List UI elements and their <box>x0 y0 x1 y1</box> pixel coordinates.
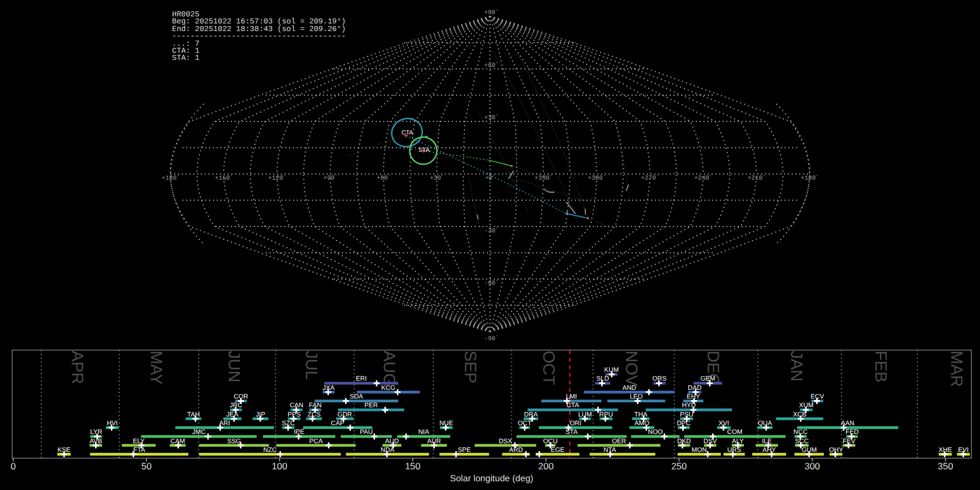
svg-text:NIA: NIA <box>418 428 429 436</box>
svg-text:Solar longitude (deg): Solar longitude (deg) <box>450 474 533 483</box>
svg-text:200: 200 <box>538 461 554 471</box>
svg-text:OCT: OCT <box>540 351 558 385</box>
svg-text:ALY: ALY <box>732 437 744 445</box>
svg-text:EGE: EGE <box>550 446 564 454</box>
svg-text:ECV: ECV <box>811 393 824 400</box>
svg-text:ILE: ILE <box>762 437 771 445</box>
svg-text:JUL: JUL <box>302 351 320 379</box>
svg-text:HVI: HVI <box>107 419 118 427</box>
svg-text:JMC: JMC <box>192 428 206 436</box>
svg-text:TAH: TAH <box>187 411 200 418</box>
svg-text:+240°: +240° <box>694 174 712 182</box>
svg-text:SSG: SSG <box>227 437 241 445</box>
svg-text:JIP: JIP <box>256 411 265 418</box>
svg-text:NOV: NOV <box>622 351 640 386</box>
svg-text:ERI: ERI <box>356 375 366 382</box>
svg-text:STA: STA <box>419 147 430 154</box>
svg-text:COR: COR <box>234 393 248 400</box>
svg-text:DKD: DKD <box>677 437 691 445</box>
svg-text:QUA: QUA <box>758 419 772 427</box>
svg-text:MAY: MAY <box>147 351 165 385</box>
svg-text:PCA: PCA <box>309 437 323 445</box>
svg-text:AUG: AUG <box>380 351 398 386</box>
svg-text:MON: MON <box>691 446 707 454</box>
svg-text:EVI: EVI <box>958 446 969 454</box>
svg-text:ZCS: ZCS <box>308 411 321 418</box>
svg-text:JUN: JUN <box>225 351 243 382</box>
svg-text:XUM: XUM <box>799 401 814 409</box>
svg-text:JEA: JEA <box>226 411 238 418</box>
svg-text:NTA: NTA <box>603 446 616 454</box>
svg-text:AAN: AAN <box>841 419 855 427</box>
svg-text:ORI: ORI <box>569 419 581 427</box>
svg-text:FEV: FEV <box>843 437 855 445</box>
svg-text:+270°: +270° <box>641 174 658 182</box>
svg-text:LYR: LYR <box>90 428 103 436</box>
svg-text:COM: COM <box>727 428 743 436</box>
svg-text:APR: APR <box>68 351 86 384</box>
svg-text:AND: AND <box>622 384 636 391</box>
svg-text:+180°: +180° <box>801 174 818 182</box>
svg-text:CAM: CAM <box>170 437 185 445</box>
svg-text:300: 300 <box>805 461 820 471</box>
svg-text:XCB: XCB <box>793 411 806 418</box>
svg-text:STA: 1: STA: 1 <box>172 54 199 63</box>
svg-text:RPU: RPU <box>599 411 612 418</box>
svg-text:GUM: GUM <box>801 446 817 454</box>
svg-text:ARI: ARI <box>219 419 230 427</box>
svg-text:FTA: FTA <box>133 446 145 454</box>
svg-text:NCC: NCC <box>793 428 807 436</box>
svg-text:LMI: LMI <box>566 393 577 400</box>
svg-text:PER: PER <box>364 401 378 409</box>
svg-text:AVB: AVB <box>89 437 102 445</box>
svg-text:100: 100 <box>272 461 287 471</box>
svg-text:ELY: ELY <box>133 437 145 445</box>
svg-text:DSV: DSV <box>703 437 717 445</box>
svg-text:+180°: +180° <box>162 174 179 182</box>
svg-text:KUM: KUM <box>604 366 619 373</box>
svg-text:CTA: CTA <box>402 130 414 136</box>
svg-text:SDA: SDA <box>350 393 363 400</box>
svg-text:150: 150 <box>405 461 420 471</box>
svg-text:JXA: JXA <box>323 384 335 391</box>
svg-text:SZC: SZC <box>282 419 295 427</box>
svg-text:KSE: KSE <box>58 446 71 454</box>
svg-text:DAD: DAD <box>688 384 702 391</box>
svg-text:EHY: EHY <box>687 393 700 400</box>
svg-text:50: 50 <box>141 461 151 471</box>
svg-text:+120°: +120° <box>268 174 285 182</box>
svg-text:+300°: +300° <box>587 174 605 182</box>
svg-text:PPS: PPS <box>287 411 301 418</box>
svg-text:DPC: DPC <box>677 419 691 427</box>
svg-text:NDA: NDA <box>381 446 394 454</box>
svg-text:350: 350 <box>938 461 953 471</box>
svg-text:IPE: IPE <box>294 428 304 436</box>
svg-text:SEP: SEP <box>461 351 479 383</box>
svg-text:CTA: CTA <box>566 401 579 409</box>
svg-text:KCG: KCG <box>381 384 395 391</box>
svg-text:PAU: PAU <box>360 428 373 436</box>
svg-text:0: 0 <box>11 461 16 471</box>
svg-text:SPE: SPE <box>458 446 471 454</box>
svg-text:GDR: GDR <box>338 411 352 418</box>
svg-text:NOO: NOO <box>648 428 663 436</box>
svg-text:AMO: AMO <box>634 419 649 427</box>
svg-text:CAN: CAN <box>290 401 303 409</box>
svg-text:XVI: XVI <box>719 419 729 427</box>
svg-text:SLD: SLD <box>596 375 609 382</box>
svg-text:THA: THA <box>634 411 647 418</box>
svg-text:JRC: JRC <box>230 401 243 409</box>
svg-text:DSX: DSX <box>499 437 512 445</box>
svg-text:OER: OER <box>612 437 626 445</box>
svg-text:OCU: OCU <box>543 437 558 445</box>
svg-text:JAN: JAN <box>787 351 805 382</box>
svg-text:+210°: +210° <box>748 174 765 182</box>
svg-text:OCT: OCT <box>518 419 532 427</box>
svg-text:FAN: FAN <box>309 401 321 409</box>
svg-text:OHY: OHY <box>829 446 843 454</box>
svg-text:GEM: GEM <box>700 375 715 382</box>
svg-text:AHY: AHY <box>762 446 776 454</box>
svg-text:SCC: SCC <box>795 437 809 445</box>
svg-text:ORS: ORS <box>652 375 666 382</box>
svg-text:250: 250 <box>671 461 687 471</box>
